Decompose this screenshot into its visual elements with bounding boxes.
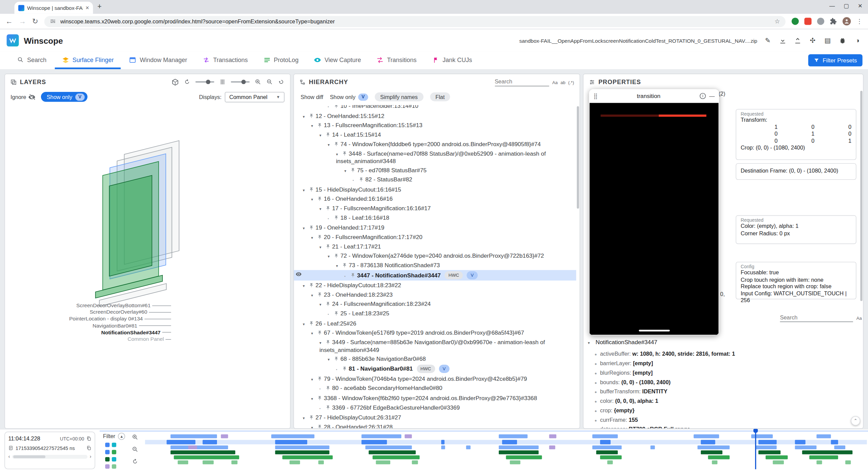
hierarchy-node[interactable]: ▾67 - WindowToken{e5176f9 type=2019 andr…: [294, 328, 576, 338]
trace-segment[interactable]: [170, 450, 235, 454]
hierarchy-node[interactable]: ▪80 - ace6abb SecondaryHomeHandle0#80: [294, 383, 576, 393]
trace-segment[interactable]: [607, 460, 613, 464]
trace-segment[interactable]: [802, 450, 852, 454]
trace-segment[interactable]: [372, 455, 419, 459]
pin-icon[interactable]: [309, 281, 316, 289]
property-row[interactable]: ●bufferTransform: IDENTITY: [584, 387, 863, 396]
properties-root-node[interactable]: ▾ NotificationShade#3447: [588, 339, 657, 346]
hierarchy-node[interactable]: ▾79 - WindowToken{7046b4a type=2024 andr…: [294, 374, 576, 383]
pin-icon[interactable]: [334, 355, 340, 362]
bookmark-star-icon[interactable]: ☆: [774, 18, 780, 25]
match-word-icon[interactable]: ab: [560, 80, 566, 85]
tab-window-manager[interactable]: Window Manager: [122, 52, 194, 69]
hierarchy-node[interactable]: ▾68 - 885b63e NavigationBar0#68: [294, 354, 576, 363]
expand-chevron-icon[interactable]: ▾: [303, 320, 309, 327]
close-icon[interactable]: ✕: [858, 3, 863, 9]
hierarchy-node[interactable]: ▪81 - NavigationBar0#81HWCV: [294, 363, 576, 374]
expand-chevron-icon[interactable]: ▾: [319, 301, 326, 308]
trace-segment[interactable]: [809, 455, 838, 459]
hierarchy-node[interactable]: ▾12 - OneHanded:15:15#12: [294, 111, 576, 121]
site-settings-icon[interactable]: [50, 18, 56, 24]
pin-icon[interactable]: [350, 271, 357, 278]
layer-label[interactable]: ScreenDecorOverlay#60: [5, 309, 171, 316]
expand-chevron-icon[interactable]: ▾: [319, 205, 326, 212]
trace-segment[interactable]: [831, 440, 838, 444]
cross-tool-sync-icon[interactable]: ✣: [809, 37, 816, 44]
ignore-toggle[interactable]: Ignore: [11, 93, 36, 100]
scroll-right-icon[interactable]: ›: [90, 454, 91, 459]
trace-segment[interactable]: [549, 446, 555, 449]
bug-report-icon[interactable]: [839, 37, 846, 44]
drag-handle-icon[interactable]: ⣿: [593, 93, 597, 99]
expand-chevron-icon[interactable]: ▾: [328, 253, 334, 260]
trace-segment[interactable]: [596, 450, 618, 454]
hierarchy-scrollbar[interactable]: [577, 105, 579, 428]
layer-label[interactable]: Common Panel: [5, 336, 171, 343]
new-tab-button[interactable]: +: [97, 2, 101, 11]
download-icon[interactable]: [779, 37, 787, 44]
address-bar[interactable]: winscope.teams.x20web.corp.google.com/pr…: [44, 16, 785, 27]
trace-segment[interactable]: [593, 434, 618, 438]
match-case-icon[interactable]: Aa: [552, 80, 558, 85]
trace-segment[interactable]: [499, 434, 528, 438]
show-only-toggle[interactable]: Show only V: [41, 92, 87, 102]
pin-icon[interactable]: [342, 365, 349, 372]
hierarchy-node[interactable]: ▪3369 - 67726bf EdgeBackGestureHandler0#…: [294, 403, 576, 413]
hierarchy-node[interactable]: ▾19 - OneHanded:17:17#19: [294, 223, 576, 233]
trace-segment[interactable]: [203, 460, 214, 464]
trace-segment[interactable]: [795, 446, 816, 449]
hierarchy-node[interactable]: ▾26 - Leaf:25#26: [294, 319, 576, 328]
spacing-slider[interactable]: [231, 81, 250, 82]
profile-avatar[interactable]: [843, 17, 851, 25]
hierarchy-node[interactable]: ▪25 - Leaf:18:23#25: [294, 309, 576, 319]
hierarchy-node[interactable]: ▾27 - HideDisplayCutout:26:31#27: [294, 413, 576, 422]
trace-segment[interactable]: [751, 434, 773, 438]
trace-segment[interactable]: [405, 434, 412, 438]
pin-icon[interactable]: [342, 261, 349, 269]
zoom-reset-icon[interactable]: [132, 458, 139, 465]
expand-chevron-icon[interactable]: ▾: [336, 150, 342, 157]
trace-segment[interactable]: [845, 460, 851, 464]
tab-search[interactable]: Search: [10, 52, 54, 69]
properties-scrollbar[interactable]: [860, 91, 863, 428]
pin-icon[interactable]: [334, 140, 340, 148]
expand-chevron-icon[interactable]: ▾: [303, 186, 309, 193]
upload-icon[interactable]: [794, 37, 802, 44]
pin-icon[interactable]: [317, 291, 324, 298]
trace-segment[interactable]: [694, 434, 719, 438]
hierarchy-node[interactable]: ▾75 - ed70f88 StatusBar#75: [294, 165, 576, 175]
flat-toggle[interactable]: Flat: [430, 93, 450, 101]
trace-segment[interactable]: [376, 460, 391, 464]
pin-icon[interactable]: [309, 112, 316, 119]
trace-segment[interactable]: [441, 440, 445, 444]
browser-tab[interactable]: Winscope | sandbox-FAI ×: [14, 2, 93, 14]
hierarchy-node[interactable]: ▾13 - FullscreenMagnification:15:15#13: [294, 121, 576, 130]
copy-icon[interactable]: [86, 436, 92, 441]
extensions-puzzle-icon[interactable]: [830, 18, 837, 25]
property-row[interactable]: ●currFrame: 155: [584, 415, 863, 425]
trace-segment[interactable]: [466, 446, 471, 449]
trace-segment[interactable]: [290, 460, 300, 464]
layer-label[interactable]: ScreenDecorOverlayBottom#61: [5, 302, 171, 309]
3d-view-icon[interactable]: [172, 78, 179, 85]
properties-search-input[interactable]: [780, 313, 853, 322]
pin-icon[interactable]: [309, 185, 316, 193]
trace-segment[interactable]: [593, 446, 622, 449]
trace-segment[interactable]: [203, 440, 217, 444]
hierarchy-node[interactable]: ▾15 - HideDisplayCutout:16:16#15: [294, 185, 576, 194]
pin-icon[interactable]: [317, 195, 324, 202]
trace-segment[interactable]: [232, 460, 237, 464]
hierarchy-node[interactable]: ▾22 - HideDisplayCutout:18:23#22: [294, 280, 576, 290]
pin-icon[interactable]: [309, 414, 316, 421]
trace-segment[interactable]: [795, 440, 806, 444]
pin-icon[interactable]: [317, 394, 324, 401]
hierarchy-node[interactable]: ▾73 - 8736138 NotificationShade#73: [294, 261, 576, 270]
layers-3d-view[interactable]: ScreenDecorOverlayBottom#61ScreenDecorOv…: [5, 107, 290, 428]
pin-icon[interactable]: [317, 375, 324, 382]
url-text[interactable]: winscope.teams.x20web.corp.google.com/pr…: [60, 18, 335, 24]
trace-segment[interactable]: [188, 446, 197, 449]
trace-segment[interactable]: [361, 434, 401, 438]
tab-jank-cujs[interactable]: Jank CUJs: [425, 52, 479, 69]
expand-chevron-icon[interactable]: ▾: [303, 224, 309, 232]
pin-icon[interactable]: [334, 105, 340, 109]
